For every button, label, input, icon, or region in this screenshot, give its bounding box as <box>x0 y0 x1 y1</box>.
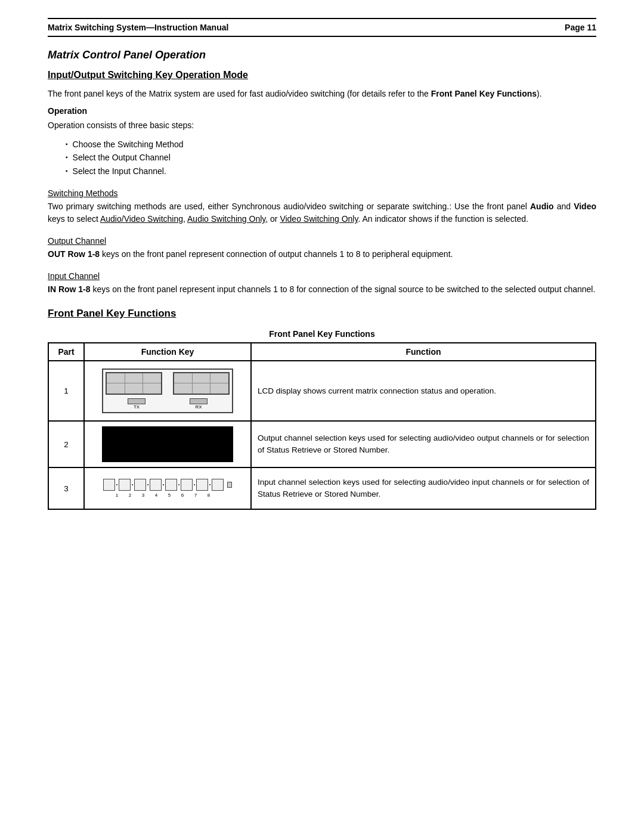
output-channel-block: Output Channel OUT Row 1-8 keys on the f… <box>48 236 596 261</box>
operation-block: Operation Operation consists of three ba… <box>48 106 596 178</box>
list-item: Select the Input Channel. <box>66 165 596 178</box>
switching-methods-block: Switching Methods Two primary switching … <box>48 188 596 225</box>
col-function-key: Function Key <box>84 343 251 361</box>
part-number: 3 <box>48 467 84 509</box>
input-keys-diagram: 1 2 3 4 5 6 7 8 <box>91 473 244 504</box>
input-channel-label: Input Channel <box>48 271 596 281</box>
function-key-cell-3: 1 2 3 4 5 6 7 8 <box>84 467 251 509</box>
front-panel-section: Front Panel Key Functions Front Panel Ke… <box>48 308 596 510</box>
table-caption: Front Panel Key Functions <box>48 329 596 339</box>
switching-methods-text: Two primary switching methods are used, … <box>48 200 596 225</box>
intro-text: The front panel keys of the Matrix syste… <box>48 89 431 98</box>
intro-bold: Front Panel Key Functions <box>431 89 537 98</box>
header-title: Matrix Switching System—Instruction Manu… <box>48 23 228 32</box>
part-number: 2 <box>48 421 84 467</box>
subsection-title: Input/Output Switching Key Operation Mod… <box>48 70 596 80</box>
switching-methods-label: Switching Methods <box>48 188 596 198</box>
output-channel-text: OUT Row 1-8 keys on the front panel repr… <box>48 248 596 261</box>
function-desc-2: Output channel selection keys used for s… <box>251 421 596 467</box>
front-panel-title: Front Panel Key Functions <box>48 308 596 320</box>
col-function: Function <box>251 343 596 361</box>
lcd-diagram: TX RX <box>91 366 244 416</box>
part-number: 1 <box>48 361 84 421</box>
intro-end: ). <box>537 89 542 98</box>
list-item: Choose the Switching Method <box>66 138 596 151</box>
table-row: 1 <box>48 361 596 421</box>
output-channel-label: Output Channel <box>48 236 596 246</box>
table-row: 3 <box>48 467 596 509</box>
operation-steps-list: Choose the Switching Method Select the O… <box>66 138 596 178</box>
header-page: Page 11 <box>565 23 596 32</box>
input-channel-text: IN Row 1-8 keys on the front panel repre… <box>48 283 596 296</box>
function-desc-3: Input channel selection keys used for se… <box>251 467 596 509</box>
intro-paragraph: The front panel keys of the Matrix syste… <box>48 88 596 100</box>
header-bar: Matrix Switching System—Instruction Manu… <box>48 18 596 37</box>
output-keys-diagram <box>102 426 233 462</box>
col-part: Part <box>48 343 84 361</box>
function-key-cell-2 <box>84 421 251 467</box>
function-key-cell-1: TX RX <box>84 361 251 421</box>
function-table: Part Function Key Function 1 <box>48 342 596 510</box>
list-item: Select the Output Channel <box>66 151 596 164</box>
operation-steps-intro: Operation consists of three basic steps: <box>48 119 596 132</box>
input-channel-block: Input Channel IN Row 1-8 keys on the fro… <box>48 271 596 296</box>
function-desc-1: LCD display shows current matrix connect… <box>251 361 596 421</box>
table-row: 2 Output channel selection keys used for… <box>48 421 596 467</box>
operation-heading: Operation <box>48 106 596 116</box>
main-section-title: Matrix Control Panel Operation <box>48 49 596 61</box>
